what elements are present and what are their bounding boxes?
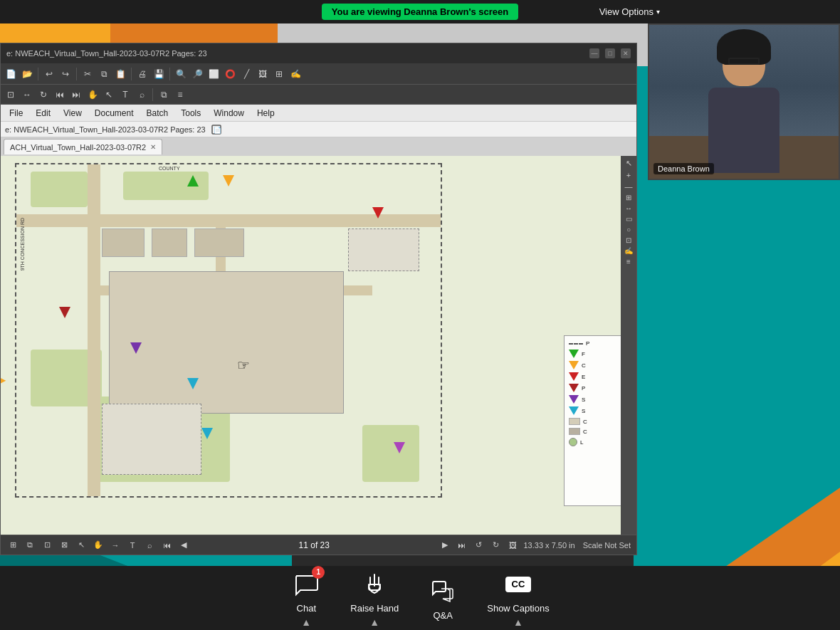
raise-hand-expand[interactable]: ▲ xyxy=(368,616,381,628)
close-window-button[interactable]: ✕ xyxy=(621,48,631,58)
bb-icon-arrow[interactable]: → xyxy=(109,539,122,552)
ellipse-icon[interactable]: ⭕ xyxy=(223,67,237,81)
legend-circle-green xyxy=(569,438,577,446)
more-icon[interactable]: ≡ xyxy=(173,88,187,102)
pdf-file-name: e: NWEACH_Virtual_Town_Hall-2023-03-07R2… xyxy=(5,125,206,134)
pdf-tab[interactable]: ACH_Virtual_Town_Hall-2023-03-07R2 ✕ xyxy=(4,139,162,154)
marker-teal xyxy=(187,378,199,389)
side-rotate[interactable]: ↔ xyxy=(625,204,632,212)
select-icon[interactable]: ↖ xyxy=(102,88,116,102)
qa-control[interactable]: Q&A xyxy=(427,576,458,621)
zoom-in-icon[interactable]: 🔍 xyxy=(174,67,188,81)
pdf-toolbar-2: ⊡ ↔ ↻ ⏮ ⏭ ✋ ↖ T ⌕ ⧉ ≡ xyxy=(1,85,636,105)
menu-document[interactable]: Document xyxy=(89,105,140,121)
crop-icon[interactable]: ⊞ xyxy=(272,67,286,81)
bb-icon-image[interactable]: 🖼 xyxy=(507,539,520,552)
menu-tools[interactable]: Tools xyxy=(175,105,206,121)
pan-icon[interactable]: ✋ xyxy=(85,88,100,102)
bb-icon-columns[interactable]: ⧉ xyxy=(23,539,36,552)
markup-icon[interactable]: ✍ xyxy=(288,67,303,81)
rotate-icon[interactable]: ↻ xyxy=(36,88,51,102)
zoom-icon[interactable]: ⌕ xyxy=(135,88,149,102)
participant-video-bg xyxy=(649,25,839,179)
toolbar-separator-3 xyxy=(131,68,132,80)
raise-hand-label: Raise Hand xyxy=(350,603,399,614)
person-head xyxy=(723,36,765,86)
bb-icon-grid[interactable]: ⊞ xyxy=(6,539,19,552)
bb-icon-rotate-left[interactable]: ↺ xyxy=(473,539,485,552)
view-options-button[interactable]: View Options ▾ xyxy=(599,6,660,17)
side-zoom-in[interactable]: + xyxy=(626,171,631,179)
raise-hand-control[interactable]: Raise Hand ▲ xyxy=(350,569,399,628)
nav-last-icon[interactable]: ⏭ xyxy=(69,88,83,102)
bb-icon-text[interactable]: T xyxy=(126,539,139,552)
zoom-out-icon[interactable]: 🔎 xyxy=(190,67,204,81)
legend-item-green-circle: L xyxy=(569,438,623,446)
building-3 xyxy=(194,229,244,257)
rectangle-icon[interactable]: ⬜ xyxy=(206,67,221,81)
open-icon[interactable]: 📂 xyxy=(20,67,34,81)
road-label-concession: 9TH CONCESSION RD xyxy=(20,218,25,271)
legend-label-c: C xyxy=(582,362,586,369)
new-icon[interactable]: 📄 xyxy=(4,67,18,81)
bb-icon-pan[interactable]: ✋ xyxy=(92,539,105,552)
layers-icon[interactable]: ⧉ xyxy=(157,88,171,102)
legend-label-l: L xyxy=(580,439,583,446)
cut-icon[interactable]: ✂ xyxy=(80,67,95,81)
captions-control[interactable]: CC Show Captions ▲ xyxy=(487,569,549,628)
image-icon[interactable]: 🖼 xyxy=(256,67,270,81)
parking-2 xyxy=(348,229,419,271)
side-rect[interactable]: ▭ xyxy=(626,215,632,223)
legend-triangle-red xyxy=(569,372,579,381)
side-crop[interactable]: ⊡ xyxy=(626,236,631,244)
side-bars[interactable]: ≡ xyxy=(626,258,631,266)
bb-nav-next-end[interactable]: ⏭ xyxy=(456,539,468,552)
person-silhouette xyxy=(687,36,801,179)
marker-red xyxy=(372,207,384,219)
fit-width-icon[interactable]: ↔ xyxy=(20,88,34,102)
bb-icon-fit[interactable]: ⊠ xyxy=(58,539,70,552)
cc-icon: CC xyxy=(505,577,531,592)
play-button-icon[interactable]: ▶ xyxy=(1,371,6,388)
nav-first-icon[interactable]: ⏮ xyxy=(53,88,67,102)
redo-icon[interactable]: ↪ xyxy=(58,67,73,81)
side-mark[interactable]: ✍ xyxy=(624,247,633,255)
person-body xyxy=(708,88,779,173)
pdf-window: e: NWEACH_Virtual_Town_Hall-2023-03-07R2… xyxy=(0,43,637,555)
road-left xyxy=(88,164,100,496)
chat-control[interactable]: 1 Chat ▲ xyxy=(290,569,322,628)
pdf-bottom-bar: ⊞ ⧉ ⊡ ⊠ ↖ ✋ → T ⌕ ⏮ ◀ 11 of 23 ▶ ⏭ ↺ ↻ 🖼… xyxy=(1,535,636,555)
viewing-badge: You are viewing Deanna Brown's screen xyxy=(322,4,519,20)
bb-nav-prev[interactable]: ◀ xyxy=(177,539,190,552)
menu-help[interactable]: Help xyxy=(251,105,280,121)
paste-icon[interactable]: 📋 xyxy=(113,67,127,81)
captions-expand[interactable]: ▲ xyxy=(512,616,525,628)
side-arrow-up[interactable]: ↖ xyxy=(626,159,632,168)
print-icon[interactable]: 🖨 xyxy=(135,67,149,81)
copy-icon[interactable]: ⧉ xyxy=(97,67,111,81)
bb-icon-zoom[interactable]: ⌕ xyxy=(143,539,156,552)
undo-icon[interactable]: ↩ xyxy=(42,67,56,81)
maximize-button[interactable]: □ xyxy=(605,48,615,58)
bb-icon-select[interactable]: ↖ xyxy=(75,539,88,552)
line-icon[interactable]: ╱ xyxy=(239,67,253,81)
menu-edit[interactable]: Edit xyxy=(30,105,56,121)
bb-icon-rotate-right[interactable]: ↻ xyxy=(490,539,503,552)
side-fit[interactable]: ⊞ xyxy=(626,194,631,201)
save-icon[interactable]: 💾 xyxy=(152,67,166,81)
bb-nav-prev-start[interactable]: ⏮ xyxy=(160,539,173,552)
bb-icon-layout[interactable]: ⊡ xyxy=(41,539,53,552)
menu-file[interactable]: File xyxy=(4,105,28,121)
side-ellipse[interactable]: ○ xyxy=(626,226,631,233)
menu-batch[interactable]: Batch xyxy=(141,105,174,121)
fit-page-icon[interactable]: ⊡ xyxy=(4,88,18,102)
minimize-button[interactable]: — xyxy=(589,48,599,58)
tab-close-button[interactable]: ✕ xyxy=(150,143,156,151)
text-icon[interactable]: T xyxy=(118,88,132,102)
legend-rect-light xyxy=(569,418,580,425)
menu-view[interactable]: View xyxy=(58,105,88,121)
chat-expand-arrow[interactable]: ▲ xyxy=(300,616,313,628)
bb-nav-next[interactable]: ▶ xyxy=(439,539,451,552)
side-zoom-out[interactable]: — xyxy=(625,182,633,191)
menu-window[interactable]: Window xyxy=(208,105,250,121)
